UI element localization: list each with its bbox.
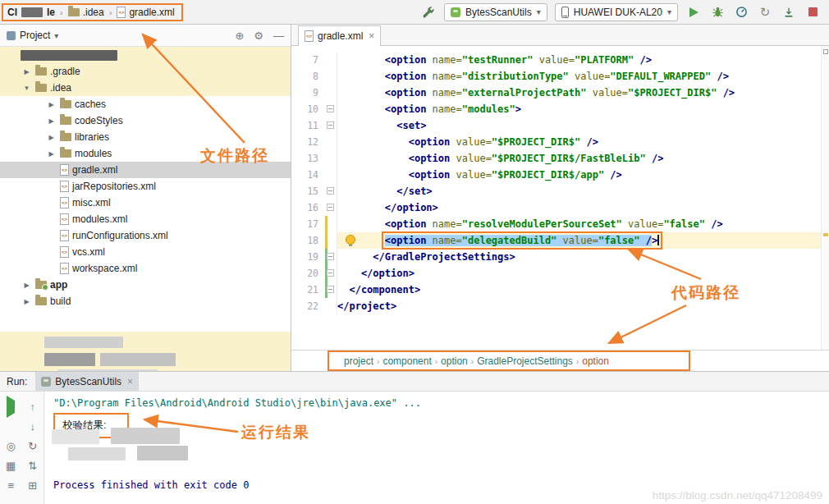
inspections-indicator-icon[interactable]: [823, 49, 828, 54]
fold-marker-icon[interactable]: [327, 253, 334, 260]
fold-marker-icon[interactable]: [327, 187, 334, 195]
close-icon[interactable]: ×: [127, 376, 133, 387]
editor-tab-bar: gradle.xml ×: [291, 25, 829, 46]
device-selector[interactable]: HUAWEI DUK-AL20 ▾: [555, 3, 678, 21]
tree-item-libraries[interactable]: ▶libraries: [0, 129, 291, 145]
chevron-right-icon[interactable]: ▶: [46, 150, 57, 158]
code-line-21[interactable]: 21 </component>: [291, 282, 829, 298]
chevron-right-icon[interactable]: ▶: [46, 101, 57, 108]
code-line-15[interactable]: 15 </set>: [291, 183, 829, 199]
chevron-right-icon[interactable]: ▶: [21, 298, 32, 305]
error-stripe[interactable]: [821, 46, 829, 350]
gutter-fold-column: [324, 117, 337, 134]
tab-bytesscanutils[interactable]: BytesScanUtils ×: [35, 372, 139, 392]
intention-bulb-icon[interactable]: [346, 235, 355, 245]
code-line-19[interactable]: 19 </GradleProjectSettings>: [291, 249, 829, 265]
navigate-down-icon[interactable]: ↓: [30, 420, 36, 433]
code-line-13[interactable]: 13 <option value="$PROJECT_DIR$/FastBleL…: [291, 150, 829, 167]
tree-item-label: build: [50, 296, 71, 307]
breadcrumb-idea-folder[interactable]: .idea: [68, 7, 104, 18]
line-number: 10: [291, 101, 324, 117]
grid-icon[interactable]: ▦: [6, 460, 16, 472]
code-line-11[interactable]: 11 <set>: [291, 117, 829, 134]
code-line-9[interactable]: 9 <option name="externalProjectPath" val…: [291, 85, 829, 101]
code-line-7[interactable]: 7 <option name="testRunner" value="PLATF…: [291, 52, 829, 68]
hide-panel-icon[interactable]: —: [273, 30, 284, 42]
tree-item-misc.xml[interactable]: misc.xml: [0, 195, 291, 211]
settings-square-icon[interactable]: ⊞: [28, 479, 37, 492]
chevron-down-icon[interactable]: ▾: [54, 31, 58, 40]
chevron-right-icon[interactable]: ▶: [21, 282, 32, 289]
breadcrumb-gradle-xml[interactable]: gradle.xml: [117, 7, 174, 18]
navigate-up-icon[interactable]: ↑: [30, 401, 36, 413]
rerun-button[interactable]: [7, 401, 15, 413]
breadcrumb-item-GradleProjectSettings[interactable]: GradleProjectSettings: [474, 355, 576, 367]
run-config-selector[interactable]: BytesScanUtils ▾: [444, 3, 547, 21]
code-line-17[interactable]: 17 <option name="resolveModulePerSourceS…: [291, 216, 829, 232]
breadcrumb-project[interactable]: Cl le: [7, 7, 55, 18]
code-text: </option>: [337, 199, 829, 216]
console-output[interactable]: "D:\Program Files\Android\Android Studio…: [45, 392, 829, 504]
fold-marker-icon[interactable]: [327, 121, 334, 129]
menu-icon[interactable]: ≡: [7, 479, 14, 492]
fold-marker-icon[interactable]: [327, 269, 334, 277]
code-line-16[interactable]: 16 </option>: [291, 199, 829, 216]
locate-file-icon[interactable]: ⊕: [235, 30, 244, 42]
fold-marker-icon[interactable]: [327, 204, 334, 211]
tree-item-jarRepositories.xml[interactable]: jarRepositories.xml: [0, 178, 291, 195]
close-icon[interactable]: ×: [369, 30, 374, 42]
breadcrumb-item-component[interactable]: component: [379, 355, 434, 367]
code-line-20[interactable]: 20 </option>: [291, 265, 829, 282]
chevron-down-icon[interactable]: ▼: [21, 85, 32, 92]
code-line-8[interactable]: 8 <option name="distributionType" value=…: [291, 68, 829, 85]
tree-item-app[interactable]: ▶app: [0, 277, 291, 293]
tree-item-.idea[interactable]: ▼.idea: [0, 80, 291, 96]
breadcrumb-item-option[interactable]: option: [579, 355, 612, 367]
tree-item-vcs.xml[interactable]: vcs.xml: [0, 244, 291, 260]
breadcrumb-item-project[interactable]: project: [341, 355, 377, 367]
code-text: </set>: [337, 183, 829, 199]
chevron-right-icon[interactable]: ▶: [46, 117, 57, 125]
expand-collapse-icon[interactable]: ⇅: [28, 460, 37, 472]
fold-marker-icon[interactable]: [327, 286, 334, 293]
tree-item-label: misc.xml: [72, 197, 111, 208]
code-line-18[interactable]: 18 <option name="delegatedBuild" value="…: [291, 232, 829, 249]
xml-file-icon: [60, 213, 69, 225]
run-button[interactable]: [685, 4, 702, 21]
camera-icon[interactable]: ◎: [7, 440, 16, 452]
wrench-icon[interactable]: [420, 4, 437, 21]
tree-item-redacted[interactable]: [0, 47, 291, 63]
tree-item-label: caches: [75, 99, 106, 110]
chevron-right-icon[interactable]: ▶: [46, 134, 57, 141]
tree-item-codeStyles[interactable]: ▶codeStyles: [0, 112, 291, 129]
tree-item-runConfigurations.xml[interactable]: runConfigurations.xml: [0, 227, 291, 244]
profiler-button[interactable]: [733, 4, 749, 21]
stop-button[interactable]: [804, 4, 821, 21]
code-line-10[interactable]: 10 <option name="modules">: [291, 101, 829, 117]
tree-item-build[interactable]: ▶build: [0, 293, 291, 309]
code-line-14[interactable]: 14 <option value="$PROJECT_DIR$/app" />: [291, 167, 829, 183]
tree-item-.gradle[interactable]: ▶.gradle: [0, 63, 291, 80]
editor-breadcrumbs-bar: project›component›option›GradleProjectSe…: [291, 350, 829, 371]
sync-icon[interactable]: ↻: [757, 4, 773, 21]
tab-gradle-xml[interactable]: gradle.xml ×: [298, 25, 381, 46]
install-button[interactable]: [781, 4, 797, 21]
debug-button[interactable]: [709, 4, 726, 21]
breadcrumb-item-option[interactable]: option: [437, 355, 471, 367]
code-text: <option name="distributionType" value="D…: [337, 68, 829, 85]
restart-icon[interactable]: ↻: [28, 440, 37, 452]
redacted-area: [21, 50, 117, 61]
fold-marker-icon[interactable]: [327, 105, 334, 112]
gear-icon[interactable]: ⚙: [254, 30, 263, 42]
folder-icon: [35, 297, 47, 305]
chevron-right-icon[interactable]: ▶: [21, 68, 32, 76]
xml-file-icon: [60, 263, 69, 274]
code-line-12[interactable]: 12 <option value="$PROJECT_DIR$" />: [291, 134, 829, 150]
chevron-down-icon: ▾: [667, 7, 671, 16]
code-line-22[interactable]: 22</project>: [291, 298, 829, 314]
tree-item-workspace.xml[interactable]: workspace.xml: [0, 260, 291, 277]
warning-stripe-mark[interactable]: [823, 233, 828, 236]
project-panel-title[interactable]: Project: [20, 30, 50, 41]
tree-item-modules.xml[interactable]: modules.xml: [0, 211, 291, 227]
tree-item-caches[interactable]: ▶caches: [0, 96, 291, 112]
